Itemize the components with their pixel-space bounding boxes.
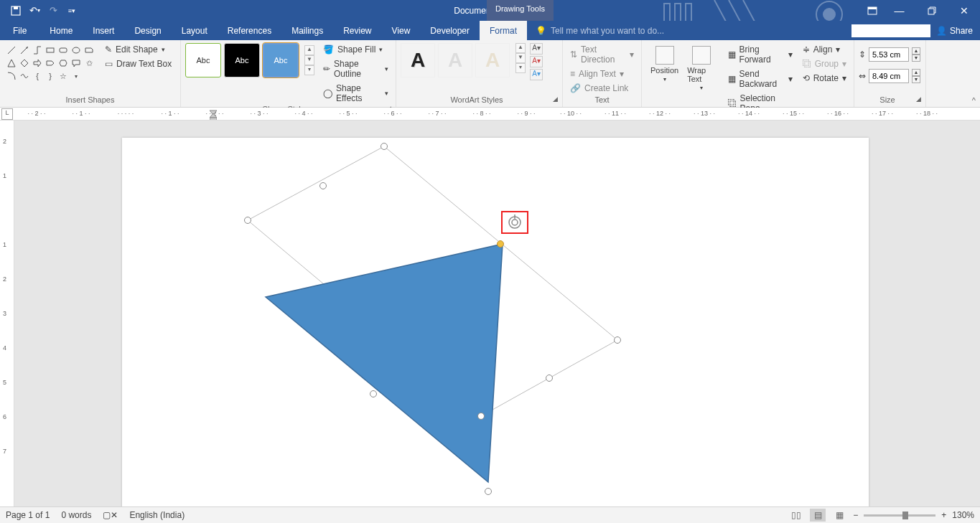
tab-layout[interactable]: Layout — [172, 21, 218, 40]
horizontal-ruler[interactable]: L · · 2 · ·· · 1 · ·· · · · ·· · 1 · ·· … — [0, 108, 980, 121]
height-down[interactable]: ▼ — [912, 55, 920, 62]
wa-more-button[interactable]: ▾ — [515, 63, 526, 73]
restore-button[interactable] — [915, 0, 948, 21]
shape-star2-icon[interactable]: ☆ — [57, 70, 69, 82]
handle-top[interactable] — [381, 143, 388, 150]
undo-button[interactable]: ↶ ▾ — [26, 2, 43, 19]
align-text-button[interactable]: ≡Align Text▾ — [567, 67, 637, 80]
shape-connector-icon[interactable] — [32, 44, 43, 56]
tab-insert[interactable]: Insert — [83, 21, 124, 40]
wa-swatch-1[interactable]: A — [401, 43, 435, 77]
handle-bl[interactable] — [370, 390, 377, 397]
shape-diamond-icon[interactable] — [19, 57, 30, 69]
print-layout-button[interactable]: ▤ — [810, 509, 826, 522]
handle-tl[interactable] — [319, 182, 327, 189]
draw-text-box-button[interactable]: ▭Draw Text Box — [102, 57, 174, 70]
align-button[interactable]: ≑Align ▾ — [800, 43, 849, 56]
customize-qat-button[interactable]: ≡▾ — [63, 2, 80, 19]
group-button[interactable]: ⿻Group ▾ — [800, 57, 849, 70]
page-viewport[interactable] — [14, 121, 980, 506]
shape-roundrect-icon[interactable] — [57, 44, 69, 56]
style-swatch-2[interactable]: Abc — [224, 43, 260, 77]
shape-arrow-icon[interactable] — [32, 57, 43, 69]
height-control[interactable]: ⇕ ▲▼ — [859, 47, 920, 62]
handle-right[interactable] — [614, 336, 621, 344]
shape-hexagon-icon[interactable] — [57, 57, 69, 69]
zoom-thumb[interactable] — [902, 512, 908, 519]
height-input[interactable] — [869, 47, 909, 62]
shapes-more-button[interactable]: ▾ — [70, 70, 82, 82]
shape-brace-r-icon[interactable]: } — [45, 70, 56, 82]
collapse-ribbon-button[interactable]: ^ — [972, 96, 976, 105]
share-button[interactable]: 👤Share — [936, 26, 973, 36]
wa-swatch-2[interactable]: A — [438, 43, 472, 77]
width-control[interactable]: ⇔ ▲▼ — [859, 69, 920, 83]
text-effects-button[interactable]: A▾ — [530, 69, 543, 80]
shape-line-icon[interactable] — [6, 44, 17, 56]
wordart-launcher[interactable]: ◢ — [553, 95, 558, 103]
wa-down-button[interactable]: ▼ — [515, 53, 526, 63]
vertical-ruler[interactable]: 211234567 — [0, 121, 14, 506]
tab-format[interactable]: Format — [480, 21, 527, 40]
edit-shape-button[interactable]: ✎Edit Shape ▾ — [102, 43, 174, 56]
tab-view[interactable]: View — [382, 21, 421, 40]
page[interactable] — [122, 138, 869, 506]
minimize-button[interactable]: — — [883, 0, 915, 21]
gallery-more-button[interactable]: ▾ — [304, 65, 314, 75]
title-search-input[interactable] — [851, 24, 930, 37]
shape-triangle-icon[interactable] — [6, 57, 17, 69]
handle-br[interactable] — [546, 374, 553, 382]
save-icon[interactable] — [7, 2, 24, 19]
close-button[interactable]: ✕ — [948, 0, 980, 21]
position-button[interactable]: Position▾ — [646, 43, 683, 85]
shape-rect-icon[interactable] — [45, 44, 56, 56]
bring-forward-button[interactable]: ▦Bring Forward ▾ — [725, 43, 795, 66]
style-swatch-3[interactable]: Abc — [263, 43, 299, 77]
shape-curve-icon[interactable] — [6, 70, 17, 82]
shape-snip-icon[interactable] — [83, 44, 95, 56]
shape-callout-icon[interactable] — [70, 57, 82, 69]
tab-home[interactable]: Home — [39, 21, 83, 40]
gallery-up-button[interactable]: ▲ — [304, 45, 314, 55]
shape-line-arrow-icon[interactable] — [19, 44, 30, 56]
triangle-shape[interactable] — [266, 244, 503, 482]
shapes-gallery[interactable]: ✩ { } ☆ ▾ — [4, 43, 96, 83]
tab-selector[interactable]: L — [1, 108, 13, 120]
handle-left[interactable] — [244, 217, 251, 224]
rotate-button[interactable]: ⟲Rotate ▾ — [800, 72, 849, 85]
text-outline-button[interactable]: A▾ — [530, 56, 543, 67]
status-words[interactable]: 0 words — [61, 510, 91, 520]
text-fill-button[interactable]: A▾ — [530, 43, 543, 55]
text-direction-button[interactable]: ⇅Text Direction▾ — [567, 43, 637, 66]
web-layout-button[interactable]: ▦ — [831, 509, 847, 522]
tab-mailings[interactable]: Mailings — [281, 21, 333, 40]
width-down[interactable]: ▼ — [912, 76, 920, 83]
wa-swatch-3[interactable]: A — [475, 43, 510, 77]
tab-file[interactable]: File — [0, 21, 39, 40]
tell-me-search[interactable]: 💡 Tell me what you want to do... — [527, 21, 851, 40]
read-mode-button[interactable]: ▯▯ — [788, 509, 804, 522]
shape-styles-gallery[interactable]: Abc Abc Abc ▲ ▼ ▾ — [185, 43, 314, 77]
zoom-slider[interactable] — [864, 514, 935, 517]
handle-bottom[interactable] — [477, 413, 485, 420]
zoom-out-button[interactable]: − — [853, 510, 858, 520]
zoom-level[interactable]: 130% — [952, 510, 974, 520]
spell-check-icon[interactable]: ▢✕ — [103, 510, 118, 520]
tab-design[interactable]: Design — [124, 21, 171, 40]
send-backward-button[interactable]: ▦Send Backward ▾ — [725, 67, 795, 90]
tab-references[interactable]: References — [218, 21, 281, 40]
handle-bottom2[interactable] — [485, 488, 492, 495]
shape-oval-icon[interactable] — [70, 44, 82, 56]
tab-developer[interactable]: Developer — [420, 21, 480, 40]
shape-outline-button[interactable]: ✏Shape Outline ▾ — [320, 57, 391, 80]
ribbon-display-options-button[interactable] — [862, 0, 883, 21]
selected-shape[interactable] — [187, 138, 617, 496]
indent-marker[interactable] — [210, 108, 217, 121]
redo-button[interactable]: ↷ — [45, 2, 62, 19]
adjustment-handle[interactable] — [497, 240, 504, 248]
shape-fill-button[interactable]: 🪣Shape Fill ▾ — [320, 43, 391, 56]
shape-pentagon-icon[interactable] — [45, 57, 56, 69]
style-swatch-1[interactable]: Abc — [185, 43, 221, 77]
gallery-down-button[interactable]: ▼ — [304, 55, 314, 65]
shape-wave-icon[interactable] — [19, 70, 30, 82]
